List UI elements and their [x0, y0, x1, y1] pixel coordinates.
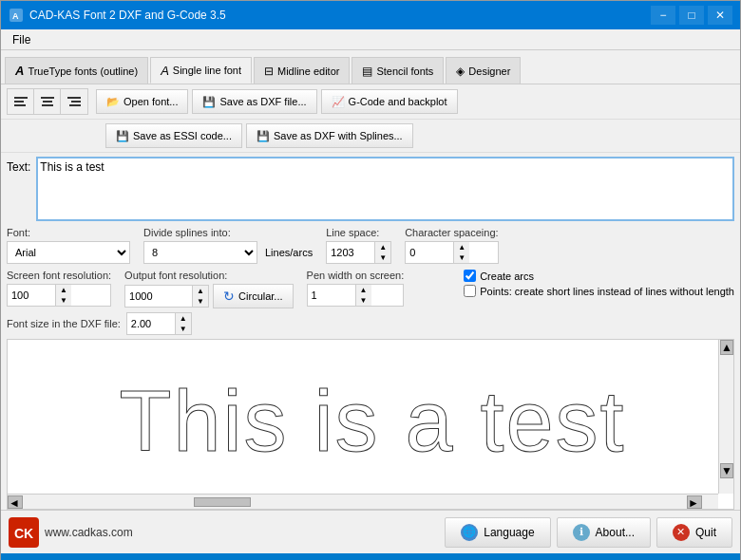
tab-midline-label: Midline editor — [277, 65, 339, 77]
open-font-icon: 📂 — [106, 96, 120, 108]
linespace-spin-btns: ▲ ▼ — [374, 242, 390, 263]
output-res-down[interactable]: ▼ — [193, 296, 208, 307]
linespace-label: Line space: — [326, 227, 391, 238]
pen-width-down[interactable]: ▼ — [356, 295, 371, 306]
svg-rect-3 — [14, 101, 24, 103]
font-group: Font: Arial — [7, 227, 130, 264]
circular-icon: ↻ — [223, 289, 235, 304]
output-res-up[interactable]: ▲ — [193, 286, 208, 296]
midline-tab-icon: ⊟ — [264, 65, 274, 78]
charspace-input[interactable] — [406, 242, 453, 263]
close-button[interactable]: ✕ — [708, 6, 732, 25]
charspace-up[interactable]: ▲ — [454, 242, 469, 252]
pen-width-up[interactable]: ▲ — [356, 285, 371, 295]
create-arcs-row: Create arcs — [464, 270, 734, 282]
preview-scrollbar-vertical[interactable]: ▲ ▼ — [718, 340, 733, 494]
svg-text:A: A — [12, 11, 19, 21]
tabs-bar: A TrueType fonts (outline) A Single line… — [1, 50, 740, 84]
pen-width-input[interactable] — [308, 285, 355, 306]
screen-res-down[interactable]: ▼ — [56, 295, 71, 306]
create-arcs-checkbox[interactable] — [464, 270, 476, 282]
align-right-icon — [66, 94, 82, 109]
fontsize-up[interactable]: ▲ — [176, 313, 191, 324]
tab-truetype[interactable]: A TrueType fonts (outline) — [5, 57, 148, 84]
tab-stencil[interactable]: ▤ Stencil fonts — [352, 57, 444, 84]
language-icon: 🌐 — [461, 524, 478, 541]
toolbar-row1: 📂 Open font... 💾 Save as DXF file... 📈 G… — [1, 84, 740, 120]
pen-width-group: Pen width on screen: ▲ ▼ — [307, 270, 405, 307]
svg-rect-8 — [67, 97, 81, 99]
app-icon: A — [9, 8, 24, 23]
tab-designer[interactable]: ◈ Designer — [446, 57, 521, 84]
open-font-button[interactable]: 📂 Open font... — [96, 89, 188, 114]
fontsize-down[interactable]: ▼ — [176, 324, 191, 334]
charspace-label: Character spaceing: — [405, 227, 498, 238]
pen-width-spin-btns: ▲ ▼ — [355, 285, 371, 306]
about-button[interactable]: ℹ About... — [557, 517, 651, 548]
divide-select[interactable]: 8 — [143, 241, 257, 264]
menu-file[interactable]: File — [5, 31, 38, 48]
points-label: Points: create short lines instead of li… — [480, 286, 734, 297]
tab-midline[interactable]: ⊟ Midline editor — [254, 57, 350, 84]
maximize-button[interactable]: □ — [679, 6, 704, 25]
tab-singleline-label: Single line font — [173, 65, 241, 76]
linespace-down[interactable]: ▼ — [375, 252, 390, 263]
output-res-label: Output font resolution: — [124, 270, 293, 281]
pen-width-spinner: ▲ ▼ — [307, 284, 405, 307]
points-checkbox[interactable] — [464, 285, 476, 297]
menu-bar: File — [1, 29, 740, 50]
truetype-tab-icon: A — [15, 64, 24, 78]
quit-icon: ✕ — [673, 524, 690, 541]
font-select[interactable]: Arial — [7, 241, 130, 264]
svg-rect-10 — [69, 104, 81, 106]
screen-res-up[interactable]: ▲ — [56, 285, 71, 295]
screen-res-input[interactable] — [8, 285, 55, 306]
circular-button[interactable]: ↻ Circular... — [213, 284, 293, 308]
designer-tab-icon: ◈ — [456, 65, 465, 78]
screen-res-label: Screen font resolution: — [7, 270, 111, 281]
align-center-icon — [40, 94, 55, 109]
tab-singleline[interactable]: A Single line font — [150, 57, 252, 84]
toolbar-row2: 💾 Save as ESSI code... 💾 Save as DXF wit… — [1, 120, 740, 153]
params-section2: Screen font resolution: ▲ ▼ Output font … — [1, 268, 740, 312]
save-splines-icon: 💾 — [256, 130, 270, 142]
align-right-button[interactable] — [61, 89, 87, 114]
align-left-icon — [13, 94, 28, 109]
align-center-button[interactable] — [34, 89, 61, 114]
fontsize-label: Font size in the DXF file: — [7, 318, 121, 329]
output-res-group: Output font resolution: ▲ ▼ ↻ Circular..… — [124, 270, 293, 308]
fontsize-row: Font size in the DXF file: ▲ ▼ — [1, 312, 740, 339]
align-left-button[interactable] — [8, 89, 34, 114]
preview-area: This is a test ▲ ▼ ◄ ► — [7, 339, 734, 510]
minimize-button[interactable]: − — [651, 6, 675, 25]
save-essi-button[interactable]: 💾 Save as ESSI code... — [105, 123, 242, 148]
fontsize-spinner: ▲ ▼ — [126, 312, 192, 335]
pen-width-label: Pen width on screen: — [307, 270, 405, 281]
divide-group: Divide splines into: 8 Lines/arcs — [143, 227, 313, 264]
scroll-thumb[interactable] — [194, 497, 251, 507]
linespace-up[interactable]: ▲ — [375, 242, 390, 252]
bottom-bar: CK www.cadkas.com 🌐 Language ℹ About... … — [1, 510, 740, 553]
output-res-input[interactable] — [125, 286, 192, 307]
linespace-input[interactable] — [327, 242, 374, 263]
window-title: CAD-KAS Font 2 DXF and G-Code 3.5 — [29, 9, 651, 22]
preview-text: This is a test — [119, 373, 625, 471]
text-section: Text: — [1, 153, 740, 223]
language-button[interactable]: 🌐 Language — [445, 517, 550, 548]
save-dxf-splines-button[interactable]: 💾 Save as DXF with Splines... — [246, 123, 413, 148]
save-dxf-button[interactable]: 💾 Save as DXF file... — [192, 89, 316, 114]
text-input[interactable] — [40, 160, 731, 217]
text-label: Text: — [7, 157, 30, 174]
quit-button[interactable]: ✕ Quit — [656, 517, 732, 548]
svg-rect-6 — [43, 101, 52, 103]
logo-area: CK www.cadkas.com — [9, 517, 133, 548]
svg-rect-5 — [41, 97, 54, 99]
charspace-down[interactable]: ▼ — [454, 252, 469, 263]
title-bar: A CAD-KAS Font 2 DXF and G-Code 3.5 − □ … — [1, 1, 740, 29]
charspace-spin-btns: ▲ ▼ — [453, 242, 469, 263]
fontsize-input[interactable] — [127, 313, 175, 334]
preview-scrollbar-horizontal[interactable]: ◄ ► — [8, 494, 718, 509]
lines-arcs-label: Lines/arcs — [265, 247, 313, 258]
window-controls: − □ ✕ — [651, 6, 732, 25]
gcode-button[interactable]: 📈 G-Code and backplot — [321, 89, 458, 114]
